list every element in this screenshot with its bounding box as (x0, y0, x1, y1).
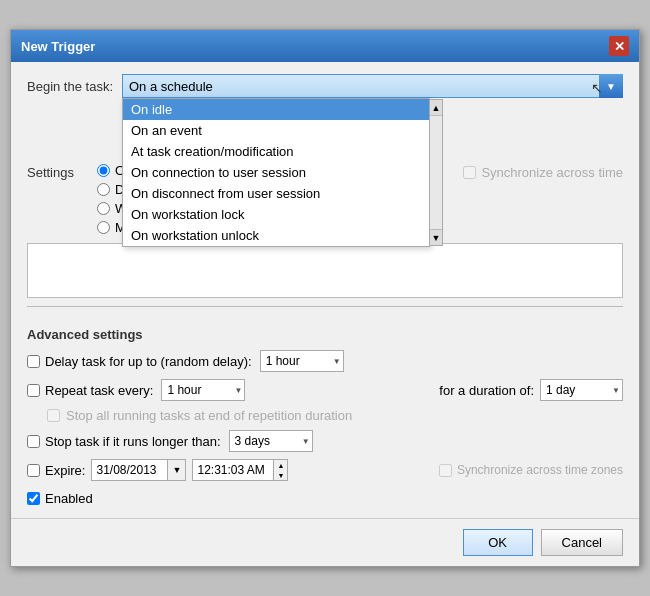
repeat-task-select[interactable]: 1 hour 30 minutes 5 minutes (161, 379, 245, 401)
scrollbar-track (430, 116, 442, 229)
enabled-row: Enabled (27, 491, 623, 506)
repeat-task-label[interactable]: Repeat task every: (27, 383, 153, 398)
time-spin-up[interactable]: ▲ (274, 460, 287, 470)
time-spin-down[interactable]: ▼ (274, 470, 287, 480)
enabled-text: Enabled (45, 491, 93, 506)
repeat-task-select-wrapper: 1 hour 30 minutes 5 minutes (161, 379, 245, 401)
button-row: OK Cancel (11, 518, 639, 566)
advanced-title: Advanced settings (27, 327, 623, 342)
delay-task-row: Delay task for up to (random delay): 1 h… (27, 350, 623, 372)
dropdown-option-at-task-creation[interactable]: At task creation/modification (123, 141, 429, 162)
repeat-task-checkbox[interactable] (27, 384, 40, 397)
stop-all-row: Stop all running tasks at end of repetit… (27, 408, 623, 423)
begin-task-row: Begin the task: On a schedule ▼ On idle … (27, 74, 623, 98)
sync-zones-label: Synchronize across time zones (457, 463, 623, 477)
delay-task-select-wrapper: 1 hour 30 minutes 1 day (260, 350, 344, 372)
begin-task-selected-value: On a schedule (129, 79, 213, 94)
stop-all-label: Stop all running tasks at end of repetit… (66, 408, 352, 423)
enabled-checkbox[interactable] (27, 492, 40, 505)
stop-task-row: Stop task if it runs longer than: 3 days… (27, 430, 623, 452)
expire-time-input[interactable] (193, 463, 273, 477)
expire-label[interactable]: Expire: (27, 463, 85, 478)
stop-all-checkbox[interactable] (47, 409, 60, 422)
sync-across-time-label: Synchronize across time (481, 165, 623, 180)
radio-weekly-input[interactable] (97, 202, 110, 215)
dropdown-option-on-idle[interactable]: On idle (123, 99, 429, 120)
radio-one-time-input[interactable] (97, 164, 110, 177)
for-duration-row: for a duration of: 1 day 1 hour Indefini… (439, 379, 623, 401)
stop-task-text: Stop task if it runs longer than: (45, 434, 221, 449)
dropdown-option-on-unlock[interactable]: On workstation unlock (123, 225, 429, 246)
expire-date-icon[interactable]: ▼ (167, 460, 185, 480)
expire-date-input[interactable] (92, 463, 167, 477)
dropdown-open-list: On idle On an event At task creation/mod… (122, 98, 430, 247)
expire-date-wrapper: ▼ (91, 459, 186, 481)
expire-text: Expire: (45, 463, 85, 478)
enabled-label[interactable]: Enabled (27, 491, 93, 506)
advanced-section: Advanced settings Delay task for up to (… (27, 306, 623, 506)
cancel-button[interactable]: Cancel (541, 529, 623, 556)
dropdown-option-on-connection[interactable]: On connection to user session (123, 162, 429, 183)
delay-task-text: Delay task for up to (random delay): (45, 354, 252, 369)
ok-button[interactable]: OK (463, 529, 533, 556)
radio-monthly-input[interactable] (97, 221, 110, 234)
begin-task-label: Begin the task: (27, 79, 122, 94)
stop-task-select-wrapper: 3 days 1 hour 30 minutes (229, 430, 313, 452)
scrollbar-up-btn[interactable]: ▲ (430, 100, 442, 116)
repeat-task-row: Repeat task every: 1 hour 30 minutes 5 m… (27, 379, 623, 401)
new-trigger-dialog: New Trigger ✕ Begin the task: On a sched… (10, 29, 640, 567)
close-button[interactable]: ✕ (609, 36, 629, 56)
stop-task-checkbox[interactable] (27, 435, 40, 448)
begin-task-select[interactable]: On a schedule ▼ (122, 74, 623, 98)
cursor-indicator: ↖ (591, 80, 603, 96)
expire-row: Expire: ▼ ▲ ▼ Synchronize across time zo… (27, 459, 623, 481)
dropdown-option-on-lock[interactable]: On workstation lock (123, 204, 429, 225)
delay-task-select[interactable]: 1 hour 30 minutes 1 day (260, 350, 344, 372)
expire-time-spin: ▲ ▼ (273, 460, 287, 480)
dropdown-option-on-event[interactable]: On an event (123, 120, 429, 141)
dropdown-option-on-disconnect[interactable]: On disconnect from user session (123, 183, 429, 204)
delay-task-label[interactable]: Delay task for up to (random delay): (27, 354, 252, 369)
dialog-title: New Trigger (21, 39, 95, 54)
title-bar: New Trigger ✕ (11, 30, 639, 62)
expire-time-wrapper: ▲ ▼ (192, 459, 288, 481)
scrollbar-down-btn[interactable]: ▼ (430, 229, 442, 245)
stop-task-label[interactable]: Stop task if it runs longer than: (27, 434, 221, 449)
sync-across-time-row: Synchronize across time (463, 165, 623, 180)
settings-label: Settings (27, 165, 97, 180)
repeat-task-text: Repeat task every: (45, 383, 153, 398)
for-duration-label: for a duration of: (439, 383, 534, 398)
stop-task-select[interactable]: 3 days 1 hour 30 minutes (229, 430, 313, 452)
sync-zones-checkbox[interactable] (439, 464, 452, 477)
dialog-body: Begin the task: On a schedule ▼ On idle … (11, 62, 639, 518)
content-area (27, 243, 623, 298)
for-duration-select-wrapper: 1 day 1 hour Indefinitely (540, 379, 623, 401)
begin-task-dropdown-container: On a schedule ▼ On idle On an event At t… (122, 74, 623, 98)
sync-zones-row: Synchronize across time zones (439, 463, 623, 477)
radio-daily-input[interactable] (97, 183, 110, 196)
expire-checkbox[interactable] (27, 464, 40, 477)
delay-task-checkbox[interactable] (27, 355, 40, 368)
sync-across-time-checkbox[interactable] (463, 166, 476, 179)
for-duration-select[interactable]: 1 day 1 hour Indefinitely (540, 379, 623, 401)
